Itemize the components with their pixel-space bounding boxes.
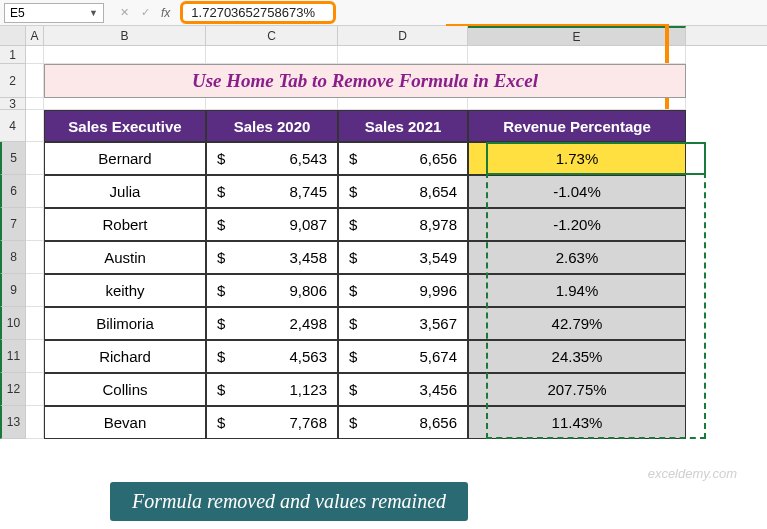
- cell[interactable]: [338, 98, 468, 110]
- exec-cell[interactable]: Bernard: [44, 142, 206, 175]
- sales-2020-cell[interactable]: $3,458: [206, 241, 338, 274]
- sales-2021-cell[interactable]: $8,656: [338, 406, 468, 439]
- row-header-8[interactable]: 8: [0, 241, 26, 274]
- callout-annotation: Formula removed and values remained: [110, 482, 468, 521]
- name-box[interactable]: E5 ▼: [4, 3, 104, 23]
- fx-icon[interactable]: fx: [161, 6, 170, 20]
- cell[interactable]: [26, 64, 44, 98]
- sales-2021-cell[interactable]: $3,567: [338, 307, 468, 340]
- exec-cell[interactable]: Bilimoria: [44, 307, 206, 340]
- rev-pct-cell[interactable]: -1.04%: [468, 175, 686, 208]
- cancel-icon[interactable]: ✕: [114, 3, 134, 23]
- sales-2021-cell[interactable]: $8,654: [338, 175, 468, 208]
- formula-input[interactable]: 1.72703652758673%: [180, 1, 336, 24]
- cell[interactable]: [26, 307, 44, 340]
- cell[interactable]: [26, 373, 44, 406]
- row-header-11[interactable]: 11: [0, 340, 26, 373]
- rev-pct-cell[interactable]: 2.63%: [468, 241, 686, 274]
- sales-2020-cell[interactable]: $2,498: [206, 307, 338, 340]
- row-header-3[interactable]: 3: [0, 98, 26, 110]
- cell[interactable]: [468, 46, 686, 64]
- sales-2021-cell[interactable]: $3,456: [338, 373, 468, 406]
- row-header-13[interactable]: 13: [0, 406, 26, 439]
- exec-cell[interactable]: keithy: [44, 274, 206, 307]
- title-cell[interactable]: Use Home Tab to Remove Formula in Excel: [44, 64, 686, 98]
- header-2020[interactable]: Sales 2020: [206, 110, 338, 142]
- row-header-9[interactable]: 9: [0, 274, 26, 307]
- cell[interactable]: [206, 98, 338, 110]
- cell[interactable]: [26, 274, 44, 307]
- sales-2021-cell[interactable]: $9,996: [338, 274, 468, 307]
- row-header-7[interactable]: 7: [0, 208, 26, 241]
- col-header-B[interactable]: B: [44, 26, 206, 45]
- exec-cell[interactable]: Julia: [44, 175, 206, 208]
- rev-pct-cell[interactable]: 1.73%: [468, 142, 686, 175]
- sales-2021-cell[interactable]: $6,656: [338, 142, 468, 175]
- row-header-4[interactable]: 4: [0, 110, 26, 142]
- col-header-C[interactable]: C: [206, 26, 338, 45]
- cell[interactable]: [44, 98, 206, 110]
- row-headers: 1 2 3 4 5 6 7 8 9 10 11 12 13: [0, 46, 26, 439]
- select-all-corner[interactable]: [0, 26, 26, 45]
- header-exec[interactable]: Sales Executive: [44, 110, 206, 142]
- rev-pct-cell[interactable]: -1.20%: [468, 208, 686, 241]
- sales-2020-cell[interactable]: $9,806: [206, 274, 338, 307]
- cell[interactable]: [468, 98, 686, 110]
- row-header-6[interactable]: 6: [0, 175, 26, 208]
- sales-2020-cell[interactable]: $4,563: [206, 340, 338, 373]
- exec-cell[interactable]: Collins: [44, 373, 206, 406]
- cell[interactable]: [26, 340, 44, 373]
- cell[interactable]: [26, 241, 44, 274]
- sales-2021-cell[interactable]: $5,674: [338, 340, 468, 373]
- grid: 1 2 3 4 5 6 7 8 9 10 11 12 13 Use Home T…: [0, 46, 767, 439]
- row-header-12[interactable]: 12: [0, 373, 26, 406]
- col-header-A[interactable]: A: [26, 26, 44, 45]
- exec-cell[interactable]: Richard: [44, 340, 206, 373]
- cell[interactable]: [206, 46, 338, 64]
- header-2021[interactable]: Sales 2021: [338, 110, 468, 142]
- col-header-D[interactable]: D: [338, 26, 468, 45]
- formula-bar-icons: ✕ ✓: [114, 3, 155, 23]
- column-headers: A B C D E: [0, 26, 767, 46]
- row-header-5[interactable]: 5: [0, 142, 26, 175]
- cell[interactable]: [26, 98, 44, 110]
- cell[interactable]: [26, 175, 44, 208]
- formula-bar-row: E5 ▼ ✕ ✓ fx 1.72703652758673%: [0, 0, 767, 26]
- sales-2020-cell[interactable]: $7,768: [206, 406, 338, 439]
- enter-icon[interactable]: ✓: [135, 3, 155, 23]
- rev-pct-cell[interactable]: 207.75%: [468, 373, 686, 406]
- chevron-down-icon[interactable]: ▼: [89, 8, 98, 18]
- cell[interactable]: [26, 406, 44, 439]
- sales-2020-cell[interactable]: $9,087: [206, 208, 338, 241]
- exec-cell[interactable]: Austin: [44, 241, 206, 274]
- cell[interactable]: [26, 208, 44, 241]
- name-box-value: E5: [10, 6, 25, 20]
- rev-pct-cell[interactable]: 1.94%: [468, 274, 686, 307]
- header-rev[interactable]: Revenue Percentage: [468, 110, 686, 142]
- exec-cell[interactable]: Robert: [44, 208, 206, 241]
- watermark: exceldemy.com: [648, 466, 737, 481]
- sales-2020-cell[interactable]: $6,543: [206, 142, 338, 175]
- cell[interactable]: [26, 142, 44, 175]
- cell[interactable]: [26, 46, 44, 64]
- row-header-1[interactable]: 1: [0, 46, 26, 64]
- cell[interactable]: [44, 46, 206, 64]
- cell[interactable]: [338, 46, 468, 64]
- sales-2021-cell[interactable]: $8,978: [338, 208, 468, 241]
- rev-pct-cell[interactable]: 11.43%: [468, 406, 686, 439]
- sales-2020-cell[interactable]: $1,123: [206, 373, 338, 406]
- exec-cell[interactable]: Bevan: [44, 406, 206, 439]
- rev-pct-cell[interactable]: 42.79%: [468, 307, 686, 340]
- cell[interactable]: [26, 110, 44, 142]
- row-header-10[interactable]: 10: [0, 307, 26, 340]
- sales-2020-cell[interactable]: $8,745: [206, 175, 338, 208]
- sales-2021-cell[interactable]: $3,549: [338, 241, 468, 274]
- col-header-E[interactable]: E: [468, 26, 686, 45]
- row-header-2[interactable]: 2: [0, 64, 26, 98]
- cells: Use Home Tab to Remove Formula in Excel …: [26, 46, 767, 439]
- rev-pct-cell[interactable]: 24.35%: [468, 340, 686, 373]
